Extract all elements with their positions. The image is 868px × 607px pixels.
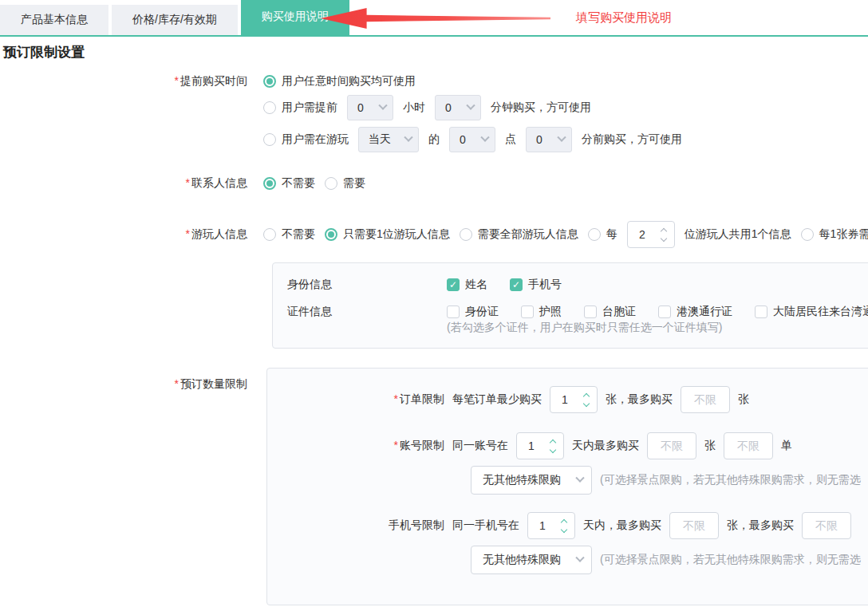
phone-days-stepper[interactable] [527, 512, 575, 539]
order-max-input[interactable] [681, 386, 730, 413]
account-special-limit-hint: (可选择景点限购，若无其他特殊限购需求，则无需选 [600, 473, 861, 487]
chevron-up-icon [561, 518, 567, 525]
phone-max2-input[interactable] [802, 512, 851, 539]
order-min-stepper[interactable] [550, 386, 598, 413]
checkbox-icon [658, 305, 671, 318]
stepper-arrows[interactable] [657, 222, 671, 247]
hours-unit-text: 小时 [403, 101, 425, 115]
radio-icon [263, 133, 276, 146]
account-max-tickets-input[interactable] [647, 432, 696, 459]
tab-bar: 产品基本信息 价格/库存/有效期 购买使用说明 填写购买使用说明 [0, 0, 868, 37]
advance-minutes-select[interactable]: 0 [435, 95, 481, 120]
chevron-down-icon [480, 133, 489, 142]
order-min-input[interactable] [550, 387, 579, 412]
checkbox-name[interactable]: ✓ 姓名 [447, 278, 487, 292]
account-days-input[interactable] [517, 433, 546, 459]
advance-hours-value: 0 [357, 101, 364, 114]
radio-icon [263, 101, 276, 114]
phone-limit-row: 手机号限制 同一手机号在 天内，最多购买 张，最多购买 [267, 512, 868, 539]
visitors-per-info-input[interactable] [628, 222, 657, 247]
account-special-limit-select[interactable]: 无其他特殊限购 [471, 466, 592, 495]
account-special-limit-value: 无其他特殊限购 [483, 473, 561, 487]
checkbox-checked-icon: ✓ [447, 278, 460, 291]
visitor-per-pre-label: 每 [606, 227, 617, 242]
phone-limit-label: 手机号限制 [267, 518, 444, 533]
chevron-down-icon [575, 554, 584, 562]
advance-time-row-3: 用户需在游玩 当天 的 0 点 0 分前购买，方可使用 [3, 127, 868, 152]
radio-icon [325, 177, 337, 190]
radio-icon [801, 228, 814, 241]
radio-before-play-label: 用户需在游玩 [282, 132, 349, 147]
chevron-down-icon [550, 446, 556, 452]
radio-contact-needed[interactable]: 需要 [325, 176, 365, 191]
checkbox-id-card[interactable]: 身份证 [447, 305, 499, 319]
checkbox-passport[interactable]: 护照 [521, 305, 562, 319]
checkbox-mainland-taiwan-permit[interactable]: 大陆居民往来台湾通 [755, 305, 868, 319]
radio-visitor-not-needed[interactable]: 不需要 [263, 227, 315, 242]
chevron-down-icon [557, 133, 566, 142]
visitor-all-label: 需要全部游玩人信息 [478, 227, 578, 242]
required-asterisk: * [175, 377, 179, 390]
checkbox-checked-icon: ✓ [510, 278, 523, 291]
of-text: 的 [428, 132, 440, 147]
phone-special-limit-select[interactable]: 无其他特殊限购 [471, 546, 592, 574]
tab-price-stock-validity[interactable]: 价格/库存/有效期 [112, 5, 238, 35]
phone-max-tickets-input[interactable] [669, 512, 719, 539]
visitor-info-label: *游玩人信息 [3, 227, 247, 242]
tab-product-basic-info[interactable]: 产品基本信息 [0, 5, 108, 35]
chevron-up-icon [550, 439, 556, 445]
radio-selected-icon [263, 177, 276, 190]
radio-visitor-one[interactable]: 只需要1位游玩人信息 [325, 227, 450, 242]
phone-days-input[interactable] [528, 513, 557, 538]
phone-mid-text: 天内，最多购买 [583, 518, 661, 533]
required-asterisk: * [186, 227, 190, 240]
radio-anytime[interactable]: 用户任意时间购买均可使用 [263, 74, 416, 89]
contact-yes-label: 需要 [343, 176, 365, 191]
name-checkbox-label: 姓名 [465, 278, 487, 292]
deadline-hour-select[interactable]: 0 [449, 127, 495, 152]
deadline-minute-select[interactable]: 0 [526, 127, 572, 152]
radio-before-play-day[interactable]: 用户需在游玩 [263, 132, 349, 147]
checkbox-icon [755, 305, 767, 318]
radio-hours-ahead-label: 用户需提前 [282, 101, 337, 115]
quantity-limit-row: *预订数量限制 *订单限制 每笔订单最少购买 张，最多购买 [3, 368, 868, 605]
deadline-suffix-text: 分前购买，方可使用 [582, 132, 682, 147]
account-pre-text: 同一账号在 [452, 439, 508, 453]
advance-time-row-2: 用户需提前 0 小时 0 分钟购买，方可使用 [3, 95, 868, 120]
checkbox-hk-macau-permit[interactable]: 港澳通行证 [658, 305, 732, 319]
account-max-orders-input[interactable] [724, 432, 773, 459]
required-asterisk: * [175, 74, 179, 87]
checkbox-phone[interactable]: ✓ 手机号 [510, 278, 562, 292]
required-asterisk: * [186, 176, 190, 189]
chevron-down-icon [466, 101, 475, 110]
radio-visitor-all[interactable]: 需要全部游玩人信息 [460, 227, 578, 242]
visitor-one-label: 只需要1位游玩人信息 [343, 227, 450, 242]
radio-visitor-per-n[interactable]: 每 [588, 227, 617, 242]
order-limit-label: *订单限制 [267, 392, 444, 407]
advance-hours-select[interactable]: 0 [347, 95, 393, 120]
visitors-per-info-stepper[interactable] [627, 221, 675, 248]
chevron-down-icon [561, 526, 567, 532]
play-day-select[interactable]: 当天 [358, 127, 419, 152]
identity-panel: 身份信息 ✓ 姓名 ✓ 手机号 证件信息 身份证 护照 台胞证 [272, 262, 868, 349]
phone-checkbox-label: 手机号 [528, 278, 562, 292]
radio-contact-not-needed[interactable]: 不需要 [263, 176, 315, 191]
stepper-arrows[interactable] [546, 433, 560, 459]
stepper-arrows[interactable] [579, 387, 594, 412]
radio-hours-ahead[interactable]: 用户需提前 [263, 101, 337, 115]
chevron-down-icon [583, 400, 590, 406]
account-limit-label: *账号限制 [267, 439, 444, 453]
radio-icon [588, 228, 601, 241]
radio-per-ticket[interactable]: 每1张券需要 [801, 227, 868, 242]
certificate-label: 证件信息 [287, 305, 447, 319]
passport-label: 护照 [539, 305, 562, 319]
taiwan-compatriot-label: 台胞证 [602, 305, 636, 319]
checkbox-taiwan-compatriot[interactable]: 台胞证 [584, 305, 636, 319]
order-min-pre-text: 每笔订单最少购买 [452, 392, 542, 407]
stepper-arrows[interactable] [557, 513, 571, 538]
play-day-value: 当天 [369, 132, 391, 147]
contact-info-label: *联系人信息 [3, 176, 247, 191]
radio-anytime-label: 用户任意时间购买均可使用 [282, 74, 416, 89]
account-days-stepper[interactable] [516, 432, 564, 459]
account-unit1-text: 张 [704, 439, 716, 453]
